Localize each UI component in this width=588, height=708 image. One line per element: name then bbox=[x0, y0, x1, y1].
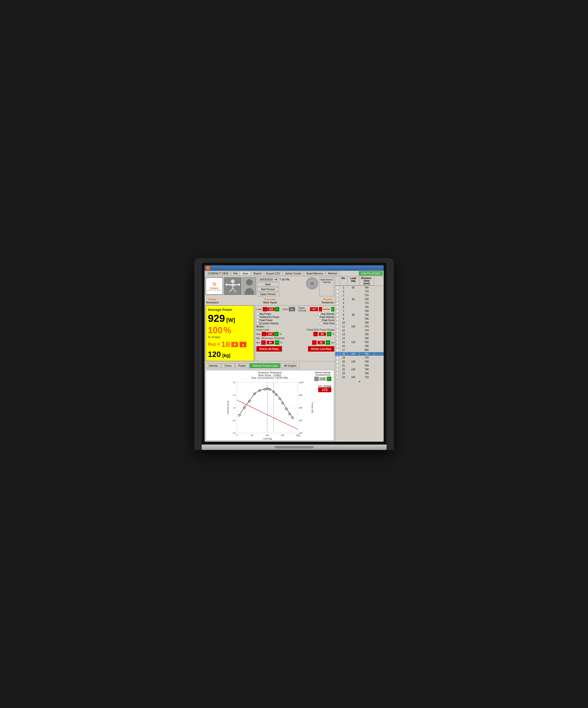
report-btn[interactable]: Report bbox=[251, 271, 264, 275]
read-memory-btn[interactable]: Read Memory bbox=[304, 271, 325, 275]
load-plus-btn[interactable]: + bbox=[275, 307, 279, 312]
peak-power-circle[interactable] bbox=[256, 319, 259, 322]
partial-minus-btn[interactable]: - bbox=[313, 332, 318, 336]
table-row[interactable]: 19770 bbox=[335, 356, 384, 360]
row-checkbox[interactable] bbox=[336, 318, 339, 320]
row-checkbox[interactable] bbox=[336, 314, 339, 316]
table-row[interactable]: 14760 bbox=[335, 336, 384, 341]
cm-plus-btn[interactable]: + bbox=[326, 341, 330, 345]
partial-plus-btn[interactable]: + bbox=[327, 332, 331, 336]
table-row[interactable]: 2770 bbox=[335, 290, 384, 294]
rep-down-btn[interactable]: ▼ bbox=[231, 342, 238, 347]
avg-velocity-radio-circle[interactable] bbox=[318, 313, 320, 315]
table-row[interactable]: 890760 bbox=[335, 313, 384, 317]
rep-up-btn[interactable]: ▲ bbox=[240, 342, 246, 347]
vbt-btn[interactable]: VBT bbox=[310, 307, 318, 311]
row-checkbox[interactable] bbox=[336, 341, 339, 344]
power-tab[interactable]: Power bbox=[235, 363, 249, 368]
min-minus-btn[interactable]: - bbox=[261, 341, 266, 345]
table-row[interactable]: 6730 bbox=[335, 305, 384, 309]
target-vel-plus-btn[interactable]: + bbox=[331, 307, 335, 312]
th-displacement: Displace-ment[mm] bbox=[360, 276, 374, 286]
avg-power-radio-circle[interactable] bbox=[256, 313, 259, 315]
row-checkbox[interactable] bbox=[336, 298, 339, 301]
graph-tabs: Velocity Force Power Velocity Power-Load… bbox=[205, 362, 335, 369]
threshold-plus-btn[interactable]: + bbox=[327, 377, 331, 381]
table-row[interactable]: 15110760 bbox=[335, 341, 384, 344]
open-person-btn[interactable]: Open Person bbox=[257, 292, 279, 296]
max-minus-btn[interactable]: - bbox=[262, 332, 266, 336]
add-person-btn[interactable]: Add Person bbox=[257, 287, 279, 291]
scroll-down-arrow[interactable]: ◄ bbox=[335, 379, 384, 383]
row-checkbox[interactable] bbox=[336, 337, 339, 340]
table-row[interactable]: 10780 bbox=[335, 321, 384, 325]
row-checkbox[interactable] bbox=[336, 353, 339, 355]
table-row[interactable]: 17800 bbox=[335, 348, 384, 352]
table-row[interactable]: 21760 bbox=[335, 364, 384, 367]
table-row[interactable]: 7760 bbox=[335, 309, 384, 313]
save-btn[interactable]: Save bbox=[240, 271, 251, 275]
row-checkbox[interactable] bbox=[336, 306, 339, 308]
svg-text:0: 0 bbox=[236, 434, 238, 437]
table-row[interactable]: 13790 bbox=[335, 332, 384, 336]
delete-last-btn[interactable]: Delete Last Rep bbox=[308, 346, 335, 352]
row-checkbox[interactable] bbox=[336, 357, 339, 359]
row-checkbox[interactable] bbox=[336, 329, 339, 332]
velocity-tab[interactable]: Velocity bbox=[206, 363, 221, 368]
usb-plugged-btn[interactable]: USB PLUGGED bbox=[359, 271, 382, 275]
table-row[interactable]: 480750 bbox=[335, 297, 384, 301]
kg-unit-btn[interactable]: kg bbox=[289, 307, 295, 312]
table-row[interactable]: 160760 bbox=[335, 286, 384, 290]
row-checkbox[interactable] bbox=[336, 376, 339, 379]
row-checkbox[interactable] bbox=[336, 310, 339, 313]
velocity-power-load-tab[interactable]: Velocity Power-Load bbox=[250, 363, 280, 368]
table-row[interactable]: 18120760 bbox=[335, 352, 384, 356]
row-checkbox[interactable] bbox=[336, 287, 339, 289]
table-row[interactable]: 24150710 bbox=[335, 376, 384, 379]
file-btn[interactable]: File bbox=[231, 271, 240, 275]
refresh-btn[interactable]: Refresh bbox=[326, 271, 340, 275]
row-checkbox[interactable] bbox=[336, 322, 339, 324]
min-plus-btn[interactable]: + bbox=[275, 341, 279, 345]
force-tab[interactable]: Force bbox=[221, 363, 235, 368]
note-btn[interactable]: Note bbox=[257, 282, 279, 287]
threshold-minus-btn[interactable]: - bbox=[314, 377, 319, 381]
table-row[interactable]: 9780 bbox=[335, 317, 384, 321]
row-checkbox[interactable] bbox=[336, 326, 339, 328]
row-checkbox[interactable] bbox=[336, 291, 339, 293]
row-checkbox[interactable] bbox=[336, 294, 339, 297]
table-row[interactable]: 3770 bbox=[335, 294, 384, 297]
row-checkbox[interactable] bbox=[336, 368, 339, 371]
table-row[interactable]: 5770 bbox=[335, 301, 384, 305]
delete-all-btn[interactable]: Delete All Reps bbox=[256, 346, 282, 352]
row-checkbox-cell bbox=[335, 294, 340, 297]
partial-avg-power-circle[interactable] bbox=[256, 316, 259, 319]
rest-time-check[interactable] bbox=[320, 322, 322, 325]
export-csv-btn[interactable]: Export CSV bbox=[264, 271, 282, 275]
admin-center-btn[interactable]: Admin Center bbox=[283, 271, 304, 275]
row-checkbox[interactable] bbox=[336, 302, 339, 304]
all-graphs-tab[interactable]: All Graphs bbox=[281, 363, 300, 368]
row-checkbox[interactable] bbox=[336, 364, 339, 367]
row-checkbox[interactable] bbox=[336, 372, 339, 375]
target-vel-minus-btn[interactable]: - bbox=[319, 307, 322, 312]
peak-force-circle[interactable] bbox=[319, 319, 321, 322]
compact-view-btn[interactable]: COMPACT VIEW bbox=[206, 271, 230, 275]
load-minus-btn[interactable]: - bbox=[263, 307, 267, 312]
table-row[interactable]: 11100770 bbox=[335, 325, 384, 329]
table-row[interactable]: 22140740 bbox=[335, 367, 384, 372]
table-row[interactable]: 12770 bbox=[335, 329, 384, 332]
date-selector[interactable]: 18/03/2019 bbox=[257, 277, 278, 282]
row-checkbox[interactable] bbox=[336, 345, 339, 348]
peak-velocity-circle[interactable] bbox=[316, 316, 319, 319]
eccentric-velocity-check[interactable] bbox=[256, 322, 259, 325]
table-row[interactable]: 16780 bbox=[335, 344, 384, 348]
table-row[interactable]: 23740 bbox=[335, 372, 384, 376]
max-plus-btn[interactable]: + bbox=[274, 332, 279, 336]
power-title: Average Power bbox=[208, 308, 252, 312]
cm-minus-btn[interactable]: - bbox=[312, 341, 316, 345]
row-checkbox[interactable] bbox=[336, 360, 339, 363]
table-row[interactable]: 20130750 bbox=[335, 360, 384, 364]
row-checkbox[interactable] bbox=[336, 333, 339, 336]
row-checkbox[interactable] bbox=[336, 349, 339, 351]
